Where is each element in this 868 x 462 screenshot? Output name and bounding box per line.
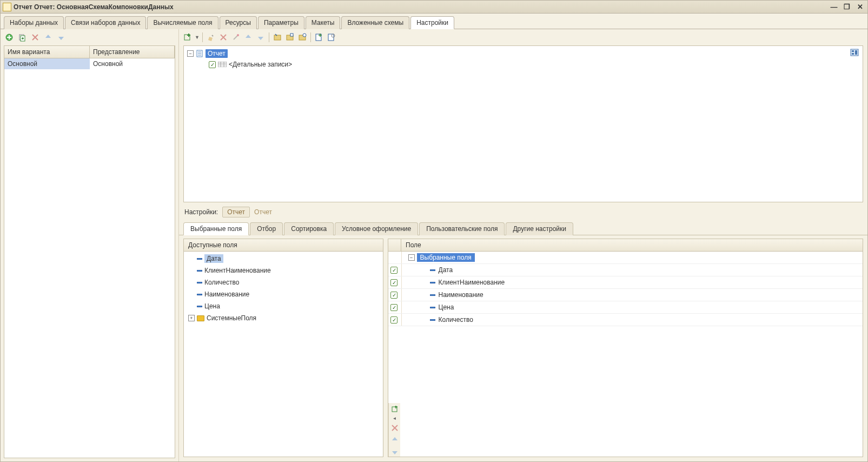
field-label: Наименование bbox=[204, 291, 249, 298]
breadcrumb: Настройки: Отчет Отчет bbox=[179, 202, 867, 220]
toolbar-action-3[interactable] bbox=[297, 32, 308, 43]
available-fields-header: Доступные поля bbox=[184, 239, 383, 252]
add-variant-button[interactable] bbox=[4, 32, 15, 43]
svg-point-4 bbox=[237, 34, 239, 36]
field-label: Дата bbox=[439, 266, 453, 274]
variant-presentation: Основной bbox=[90, 58, 175, 69]
field-label: Цена bbox=[204, 302, 220, 310]
collapse-icon[interactable]: − bbox=[408, 254, 415, 261]
available-field-row[interactable]: КлиентНаименование bbox=[186, 265, 381, 276]
tab-1[interactable]: Связи наборов данных bbox=[65, 16, 146, 29]
tree-settings-icon[interactable] bbox=[850, 48, 859, 58]
delete-button[interactable] bbox=[218, 32, 229, 43]
selected-fields-box: Поле −Выбранные поля✓Дата✓КлиентНаименов… bbox=[388, 239, 863, 457]
expand-icon[interactable]: + bbox=[188, 315, 195, 321]
side-delete-button[interactable] bbox=[390, 423, 400, 433]
available-field-row[interactable]: +СистемныеПоля bbox=[186, 312, 381, 324]
delete-variant-button[interactable] bbox=[30, 32, 41, 43]
checkbox-icon[interactable]: ✓ bbox=[390, 267, 397, 274]
field-label: СистемныеПоля bbox=[207, 314, 256, 322]
add-dropdown-icon[interactable]: ▼ bbox=[195, 35, 200, 40]
titlebar: Отчет Отчет: ОсновнаяСхемаКомпоновкиДанн… bbox=[1, 1, 867, 14]
tab-3[interactable]: Ресурсы bbox=[220, 16, 257, 29]
wand-button[interactable] bbox=[230, 32, 241, 43]
maximize-button[interactable]: ❐ bbox=[842, 3, 852, 11]
tab-4[interactable]: Параметры bbox=[258, 16, 304, 29]
folder-icon bbox=[197, 315, 204, 321]
field-icon bbox=[197, 258, 202, 260]
minimize-button[interactable]: — bbox=[829, 3, 839, 11]
app-icon bbox=[3, 3, 11, 11]
variants-panel: Имя варианта Представление ОсновнойОснов… bbox=[1, 29, 179, 461]
field-label: КлиентНаименование bbox=[439, 279, 505, 286]
variants-header-presentation: Представление bbox=[90, 46, 175, 58]
move-down-button-2[interactable] bbox=[255, 32, 266, 43]
subtab-5[interactable]: Другие настройки bbox=[506, 222, 573, 235]
subtab-1[interactable]: Отбор bbox=[250, 222, 283, 235]
collapse-icon[interactable]: − bbox=[187, 50, 194, 57]
toolbar-action-1[interactable] bbox=[272, 32, 283, 43]
field-icon bbox=[430, 319, 435, 321]
checkbox-icon[interactable]: ✓ bbox=[209, 61, 216, 68]
checkbox-icon[interactable]: ✓ bbox=[390, 304, 397, 311]
close-button[interactable]: ✕ bbox=[854, 3, 865, 11]
field-label: КлиентНаименование bbox=[204, 267, 271, 274]
tab-2[interactable]: Вычисляемые поля bbox=[147, 16, 218, 29]
add-item-button[interactable] bbox=[182, 32, 193, 43]
available-fields-box: Доступные поля ДатаКлиентНаименованиеКол… bbox=[183, 239, 383, 457]
available-field-row[interactable]: Дата bbox=[186, 253, 381, 265]
svg-rect-18 bbox=[218, 62, 227, 67]
selected-field-row[interactable]: ✓КлиентНаименование bbox=[388, 276, 863, 289]
side-dropdown-icon[interactable]: ◄ bbox=[393, 416, 397, 421]
available-field-row[interactable]: Количество bbox=[186, 276, 381, 288]
selected-field-row[interactable]: ✓Цена bbox=[388, 301, 863, 314]
field-label: Количество bbox=[204, 279, 239, 286]
breadcrumb-text: Отчет bbox=[254, 208, 272, 216]
report-structure-tree: − Отчет ✓ <Детальные записи> bbox=[183, 45, 863, 202]
toolbar-action-4[interactable] bbox=[314, 32, 324, 43]
copy-variant-button[interactable] bbox=[17, 32, 28, 43]
field-label: Наименование bbox=[439, 291, 483, 299]
subtab-0[interactable]: Выбранные поля bbox=[183, 222, 249, 235]
variant-row[interactable]: ОсновнойОсновной bbox=[4, 58, 175, 69]
breadcrumb-button[interactable]: Отчет bbox=[222, 207, 250, 217]
tree-child-row[interactable]: ✓ <Детальные записи> bbox=[187, 59, 859, 70]
tab-0[interactable]: Наборы данных bbox=[4, 16, 64, 29]
available-field-row[interactable]: Наименование bbox=[186, 288, 381, 300]
tab-6[interactable]: Вложенные схемы bbox=[341, 16, 409, 29]
selected-field-row[interactable]: ✓Наименование bbox=[388, 289, 863, 301]
field-icon bbox=[430, 307, 435, 308]
toolbar-action-5[interactable] bbox=[326, 32, 337, 43]
tree-root-row[interactable]: − Отчет bbox=[187, 48, 859, 59]
edit-button[interactable] bbox=[206, 32, 216, 43]
side-add-button[interactable] bbox=[390, 404, 400, 414]
checkbox-icon[interactable]: ✓ bbox=[390, 292, 397, 299]
selected-field-row[interactable]: ✓Дата bbox=[388, 264, 863, 276]
side-down-button[interactable] bbox=[390, 447, 400, 457]
svg-rect-14 bbox=[852, 50, 854, 52]
selected-field-row[interactable]: ✓Количество bbox=[388, 314, 863, 326]
checkbox-icon[interactable]: ✓ bbox=[390, 279, 397, 286]
tab-5[interactable]: Макеты bbox=[306, 16, 341, 29]
side-up-button[interactable] bbox=[390, 435, 400, 445]
variants-header-name: Имя варианта bbox=[4, 46, 90, 58]
subtab-4[interactable]: Пользовательские поля bbox=[419, 222, 505, 235]
window-title: Отчет Отчет: ОсновнаяСхемаКомпоновкиДанн… bbox=[14, 3, 829, 11]
move-up-button-2[interactable] bbox=[243, 32, 254, 43]
settings-toolbar: ▼ bbox=[179, 29, 867, 45]
sub-tabs: Выбранные поляОтборСортировкаУсловное оф… bbox=[179, 220, 867, 235]
subtab-3[interactable]: Условное оформление bbox=[335, 222, 418, 235]
selected-group-row[interactable]: −Выбранные поля bbox=[388, 252, 863, 264]
move-down-button[interactable] bbox=[56, 32, 67, 43]
field-label: Количество bbox=[439, 316, 473, 324]
toolbar-action-2[interactable] bbox=[284, 32, 295, 43]
available-field-row[interactable]: Цена bbox=[186, 300, 381, 312]
checkbox-icon[interactable]: ✓ bbox=[390, 316, 397, 324]
subtab-2[interactable]: Сортировка bbox=[284, 222, 334, 235]
tab-7[interactable]: Настройки bbox=[410, 16, 454, 29]
field-icon bbox=[430, 269, 435, 271]
field-icon bbox=[430, 294, 435, 296]
field-label: Дата bbox=[204, 254, 223, 263]
main-tabs: Наборы данныхСвязи наборов данныхВычисля… bbox=[1, 14, 867, 29]
move-up-button[interactable] bbox=[43, 32, 54, 43]
